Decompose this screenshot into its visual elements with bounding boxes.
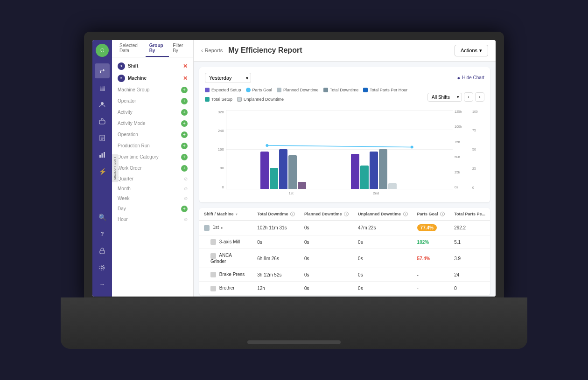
- cell-brake-planned-downtime: 0s: [300, 268, 353, 281]
- lock-icon[interactable]: [95, 243, 110, 258]
- cell-brother-label: Brother: [199, 282, 252, 295]
- x-label-1st: 1st: [288, 191, 294, 195]
- planned-downtime-info-icon[interactable]: i: [344, 212, 349, 216]
- bar-group-1st: [260, 149, 306, 189]
- chevron-down-icon: ▾: [479, 48, 482, 54]
- back-to-reports[interactable]: ‹ Reports: [201, 48, 223, 53]
- sidebar-icon-filter[interactable]: ⇄: [95, 63, 110, 78]
- day-add[interactable]: +: [181, 206, 188, 212]
- cell-1st-planned-downtime: 0s: [300, 221, 353, 235]
- actions-button[interactable]: Actions ▾: [455, 45, 488, 56]
- cell-1st-total-downtime: 102h 11m 31s: [252, 221, 300, 235]
- anca-parts-goal: 57.4%: [417, 256, 430, 261]
- total-downtime-info-icon[interactable]: i: [290, 212, 295, 216]
- activity-mode-add[interactable]: +: [181, 120, 188, 127]
- control-item-work-order[interactable]: Work Order +: [112, 163, 193, 174]
- control-item-operator[interactable]: Operator +: [112, 96, 193, 107]
- legend-total-setup: Total Setup: [205, 97, 232, 102]
- bar-2nd-planned-downtime: [379, 149, 387, 189]
- legend-total-parts-per-hour: Total Parts Per Hour: [363, 88, 407, 92]
- date-filter-select[interactable]: Yesterday Today Last 7 Days Last 30 Days…: [205, 73, 251, 83]
- grid-line-top: [226, 110, 453, 111]
- legend-total-downtime: Total Downtime: [323, 88, 359, 92]
- tab-filter-by[interactable]: Filter By: [169, 40, 189, 57]
- x-label-2nd: 2nd: [373, 191, 379, 195]
- cell-brake-total-downtime: 3h 12m 52s: [252, 268, 300, 281]
- downtime-category-add[interactable]: +: [181, 154, 188, 160]
- operation-add[interactable]: +: [181, 131, 188, 138]
- control-item-day[interactable]: Day +: [112, 203, 193, 214]
- legend-expected-setup: Expected Setup: [205, 88, 241, 92]
- control-item-activity[interactable]: Activity +: [112, 107, 193, 118]
- bar-group-2nd: [351, 149, 397, 189]
- cell-3axis-total-downtime: 0s: [252, 235, 300, 249]
- sidebar-icon-chart[interactable]: [95, 147, 110, 162]
- bar-1st-total-parts: [279, 149, 287, 189]
- 1st-parts-goal-badge: 77.4%: [417, 224, 437, 231]
- sidebar-icon-barchart[interactable]: ▦: [95, 80, 110, 95]
- unplanned-downtime-info-icon[interactable]: i: [403, 212, 408, 216]
- active-controls-list: 1 Shift ✕ 2 Machine ✕ Machine Group +: [112, 57, 193, 227]
- shift-filter-wrapper[interactable]: All Shifts 1st Shift 2nd Shift 3rd Shift: [427, 92, 462, 102]
- 1st-expand-icon[interactable]: ▸: [221, 226, 223, 230]
- bar-2nd-total-parts: [370, 152, 378, 189]
- cell-1st-label: 1st ▸: [199, 221, 252, 235]
- control-item-machine-group[interactable]: Machine Group +: [112, 84, 193, 96]
- control-item-production-run[interactable]: Production Run +: [112, 140, 193, 152]
- legend-unplanned-downtime: Unplanned Downtime: [237, 97, 284, 102]
- sidebar-icon-briefcase[interactable]: [95, 114, 110, 129]
- cell-3axis-label: 3-axis Mill: [199, 235, 252, 249]
- help-icon[interactable]: ?: [95, 227, 110, 242]
- control-item-month: Month ⊘: [112, 184, 193, 193]
- tab-selected-data[interactable]: Selected Data: [116, 40, 146, 57]
- shift-filter-select[interactable]: All Shifts 1st Shift 2nd Shift 3rd Shift: [427, 93, 462, 102]
- cell-1st-total-parts-per: 292.2: [449, 221, 490, 235]
- work-order-add[interactable]: +: [181, 165, 188, 172]
- control-item-downtime-category[interactable]: Downtime Category +: [112, 152, 193, 163]
- bar-1st-expected-setup: [260, 152, 269, 189]
- hide-controls-button[interactable]: Hide Controls: [112, 154, 119, 182]
- sidebar-icon-users[interactable]: [95, 97, 110, 112]
- sidebar-icon-document[interactable]: [95, 131, 110, 145]
- chart-prev-button[interactable]: ‹: [464, 92, 473, 102]
- table-body: 1st ▸ 102h 11m 31s 0s 47m 22s 77.4%: [199, 221, 490, 295]
- keyboard-base: [61, 297, 527, 349]
- week-lock: ⊘: [184, 196, 188, 201]
- logout-icon[interactable]: →: [95, 277, 110, 292]
- production-run-add[interactable]: +: [181, 143, 188, 149]
- control-item-shift[interactable]: 1 Shift ✕: [112, 60, 193, 72]
- sidebar-icon-bolt[interactable]: ⚡: [95, 164, 110, 179]
- machine-group-add[interactable]: +: [181, 87, 188, 93]
- control-item-machine[interactable]: 2 Machine ✕: [112, 72, 193, 84]
- settings-icon[interactable]: [95, 260, 110, 275]
- date-filter-wrapper[interactable]: Yesterday Today Last 7 Days Last 30 Days…: [205, 73, 251, 83]
- y-axis-left: 320 240 160 80 0: [205, 110, 226, 189]
- control-item-activity-mode[interactable]: Activity Mode +: [112, 118, 193, 129]
- control-item-operation[interactable]: Operation +: [112, 129, 193, 140]
- top-header: ‹ Reports My Efficiency Report Actions ▾: [194, 40, 496, 62]
- col-total-parts-per: Total Parts Pe...: [449, 208, 490, 221]
- col-shift-machine[interactable]: Shift / Machine ▾: [199, 208, 252, 221]
- col-unplanned-downtime: Unplanned Downtime i: [353, 208, 413, 221]
- cell-1st-unplanned-downtime: 47m 22s: [353, 221, 413, 235]
- machine-row-icon: [210, 286, 216, 291]
- shift-remove[interactable]: ✕: [183, 63, 188, 69]
- cell-anca-planned-downtime: 0s: [300, 249, 353, 268]
- hide-chart-button[interactable]: ● Hide Chart: [457, 75, 484, 81]
- table-section: Shift / Machine ▾ Total Downtime i Plann…: [199, 208, 490, 296]
- shift-controls: All Shifts 1st Shift 2nd Shift 3rd Shift…: [427, 92, 484, 102]
- operator-add[interactable]: +: [181, 98, 188, 104]
- shift-badge: 1: [118, 62, 125, 70]
- activity-add[interactable]: +: [181, 109, 188, 116]
- parts-goal-info-icon[interactable]: i: [440, 212, 445, 216]
- tab-group-by[interactable]: Group By: [146, 40, 169, 57]
- search-icon[interactable]: 🔍: [95, 210, 110, 225]
- y-axis-right-time: 125h 100h 75h 50h 25h 0s: [453, 110, 470, 189]
- quarter-lock: ⊘: [184, 176, 188, 181]
- table-header: Shift / Machine ▾ Total Downtime i Plann…: [199, 208, 490, 221]
- cell-3axis-unplanned-downtime: 0s: [353, 235, 413, 249]
- chart-next-button[interactable]: ›: [475, 92, 484, 102]
- svg-point-10: [101, 266, 104, 269]
- machine-remove[interactable]: ✕: [183, 75, 188, 82]
- sort-icon: ▾: [236, 213, 238, 216]
